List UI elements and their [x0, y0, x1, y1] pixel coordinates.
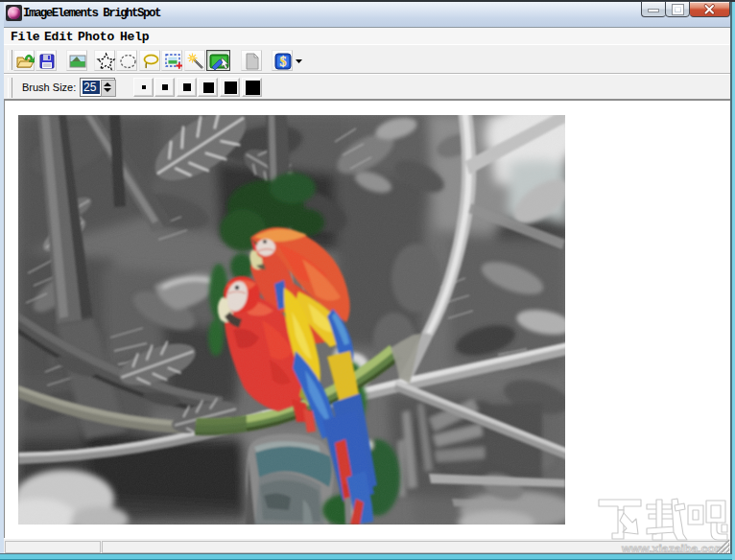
svg-text:$: $: [280, 55, 287, 69]
